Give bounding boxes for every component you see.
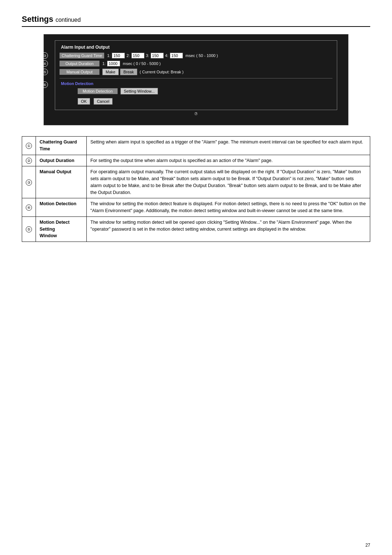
callout-7: ⑦ (55, 112, 337, 116)
cancel-button[interactable]: Cancel (94, 98, 113, 105)
desc-row-3: ③ Manual Output For operating alarm outp… (22, 166, 370, 198)
setting-window-button[interactable]: Setting Window... (121, 88, 158, 94)
desc-text-3: For operating alarm output manually. The… (87, 166, 370, 198)
desc-row-2: ② Output Duration For setting the output… (22, 155, 370, 166)
page-number: 27 (366, 543, 370, 548)
desc-text-5: The window for setting motion detect wil… (87, 216, 370, 242)
desc-num-2: ② (22, 155, 36, 166)
ok-button[interactable]: OK (78, 98, 90, 105)
motion-section-label: Motion Detection (60, 81, 332, 86)
alarm-row-manual-output: ⑤ Manual Output Make Break ( Current Out… (60, 69, 332, 75)
alarm-row-chattering: ③ Chattering Guard Time 1: 150 2: 150 3:… (60, 53, 332, 58)
chattering-label: Chattering Guard Time (60, 53, 104, 58)
desc-label-3: Manual Output (36, 166, 87, 198)
desc-text-2: For setting the output time when alarm o… (87, 155, 370, 166)
desc-text-1: Setting when alarm input is specified as… (87, 137, 370, 155)
desc-label-1: Chattering Guard Time (36, 137, 87, 155)
chattering-4-input[interactable]: 150 (170, 53, 183, 58)
desc-num-5: ⑤ (22, 216, 36, 242)
break-button[interactable]: Break (120, 69, 137, 75)
page-title: Settings continued (22, 15, 370, 27)
manual-output-value: Make Break ( Current Output: Break ) (102, 69, 184, 75)
desc-row-1: ① Chattering Guard Time Setting when ala… (22, 137, 370, 155)
motion-section-row: ⑥ Motion Detection (60, 81, 332, 86)
chattering-2-input[interactable]: 150 (131, 53, 144, 58)
chattering-3-input[interactable]: 150 (151, 53, 164, 58)
description-table: ① Chattering Guard Time Setting when ala… (22, 136, 370, 242)
motion-detection-value: Setting Window... (121, 88, 158, 94)
chattering-1-input[interactable]: 150 (112, 53, 125, 58)
circle-3: ③ (41, 52, 48, 59)
output-duration-input[interactable]: 1000 (107, 61, 120, 66)
chattering-value: 1: 150 2: 150 3: 150 4: 150 msec ( 50 - … (107, 53, 218, 58)
circle-6: ⑥ (41, 81, 48, 88)
screenshot-panel: Alarm Input and Output ③ Chattering Guar… (44, 34, 348, 125)
output-duration-label: Output Duration (60, 61, 99, 66)
motion-detection-label: Motion Detection (78, 88, 118, 94)
output-duration-value: 1: 1000 msec ( 0 / 50 - 5000 ) (102, 61, 161, 66)
desc-label-2: Output Duration (36, 155, 87, 166)
ok-cancel-area: OK Cancel (60, 98, 332, 105)
desc-num-4: ④ (22, 198, 36, 217)
circle-4: ④ (41, 60, 48, 67)
alarm-box: Alarm Input and Output ③ Chattering Guar… (55, 40, 337, 110)
desc-text-4: The window for setting the motion detect… (87, 198, 370, 217)
desc-row-4: ④ Motion Detection The window for settin… (22, 198, 370, 217)
circle-5: ⑤ (41, 69, 48, 75)
desc-num-1: ① (22, 137, 36, 155)
desc-row-5: ⑤ Motion Detect SettingWindow The window… (22, 216, 370, 242)
desc-label-5: Motion Detect SettingWindow (36, 216, 87, 242)
alarm-row-motion: Motion Detection Setting Window... (60, 88, 332, 94)
desc-num-3: ③ (22, 166, 36, 198)
alarm-row-output-duration: ④ Output Duration 1: 1000 msec ( 0 / 50 … (60, 61, 332, 66)
manual-output-label: Manual Output (60, 69, 99, 75)
alarm-box-title: Alarm Input and Output (60, 45, 111, 50)
desc-label-4: Motion Detection (36, 198, 87, 217)
make-button[interactable]: Make (102, 69, 119, 75)
